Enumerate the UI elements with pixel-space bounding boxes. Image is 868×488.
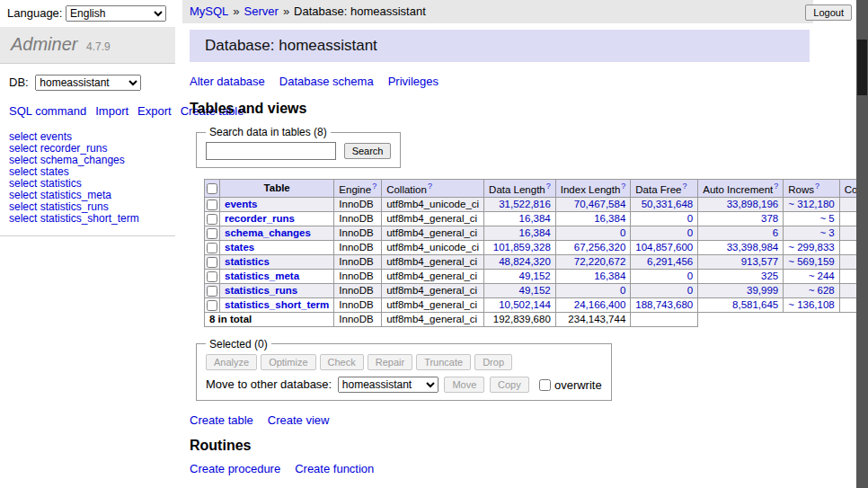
- row-checkbox[interactable]: [207, 257, 217, 268]
- breadcrumb-mysql-link[interactable]: MySQL: [190, 4, 228, 18]
- tables-overview-table: TableEngine?Collation?Data Length?Index …: [204, 179, 868, 327]
- copy-button[interactable]: Copy: [490, 377, 529, 393]
- table-name-link[interactable]: statistics_runs: [225, 285, 297, 296]
- cell-collation: utf8mb4_unicode_ci: [382, 197, 484, 211]
- cell-index_length: 16,384: [555, 269, 631, 283]
- database-link[interactable]: Alter database: [190, 75, 265, 88]
- overwrite-checkbox[interactable]: [539, 379, 551, 391]
- table-row: schema_changesInnoDButf8mb4_general_ci16…: [205, 226, 868, 240]
- select-all-cell: [205, 180, 220, 198]
- column-header-label: Index Length: [561, 184, 621, 195]
- database-link[interactable]: Database schema: [279, 75, 374, 88]
- create-links: Create tableCreate view: [190, 413, 822, 427]
- column-header-label: Data Free: [635, 184, 681, 195]
- content: Database: homeassistant Alter databaseDa…: [182, 30, 822, 488]
- column-help-link[interactable]: ?: [774, 182, 778, 191]
- cell-rows: ~ 628: [784, 283, 839, 297]
- search-input[interactable]: [206, 142, 336, 160]
- row-checkbox[interactable]: [207, 286, 217, 297]
- search-fieldset: Search data in tables (8) Search: [196, 126, 401, 168]
- language-select[interactable]: English: [66, 5, 166, 22]
- sidebar-action-link[interactable]: SQL command: [9, 104, 86, 118]
- selected-action-button[interactable]: Drop: [474, 354, 512, 370]
- cell-engine: InnoDB: [334, 297, 382, 312]
- cell-data_length: 31,522,816: [484, 197, 556, 211]
- sidebar-action-link[interactable]: Export: [137, 104, 172, 118]
- move-db-select[interactable]: homeassistant: [338, 377, 438, 393]
- app-name[interactable]: Adminer: [11, 34, 77, 54]
- cell-rows: ~ 136,108: [784, 297, 839, 312]
- language-row: Language: English: [0, 0, 175, 27]
- table-name-link[interactable]: statistics: [225, 256, 270, 267]
- sidebar-action-link[interactable]: Import: [95, 104, 128, 118]
- create-link[interactable]: Create view: [268, 413, 330, 427]
- selected-action-button[interactable]: Truncate: [416, 354, 471, 370]
- overwrite-label[interactable]: overwrite: [554, 378, 602, 392]
- cell-rows: ~ 3: [784, 226, 839, 240]
- column-help-link[interactable]: ?: [815, 182, 819, 191]
- selected-action-button[interactable]: Optimize: [261, 354, 315, 370]
- cell-data_length: 48,824,320: [484, 254, 556, 269]
- table-select-list: select eventsselect recorder_runsselect …: [0, 131, 175, 236]
- selected-action-button[interactable]: Analyze: [206, 354, 257, 370]
- table-name-link[interactable]: events: [225, 199, 257, 209]
- table-name-link[interactable]: recorder_runs: [225, 213, 295, 224]
- cell-data_length: 101,859,328: [484, 240, 556, 254]
- routine-link[interactable]: Create procedure: [190, 462, 280, 475]
- routines-links: Create procedureCreate function: [190, 462, 822, 475]
- cell-data_free: 6,291,456: [631, 254, 698, 269]
- cell-auto_increment: 33,898,196: [698, 197, 784, 211]
- cell-rows: ~ 312,180: [784, 197, 839, 211]
- db-row: DB: homeassistant: [0, 64, 175, 93]
- table-name-link[interactable]: statistics_short_term: [225, 299, 329, 310]
- table-name-link[interactable]: states: [225, 242, 254, 253]
- cell-index_length: 24,166,400: [555, 297, 631, 312]
- routine-link[interactable]: Create function: [295, 462, 374, 475]
- create-link[interactable]: Create table: [190, 413, 253, 427]
- cell-auto_increment: 6: [698, 226, 784, 240]
- cell-data_length: 49,152: [484, 269, 556, 283]
- cell-auto_increment: 913,577: [698, 254, 784, 269]
- database-link[interactable]: Privileges: [388, 75, 438, 88]
- tables-foot: 8 in totalInnoDButf8mb4_general_ci192,83…: [205, 312, 868, 326]
- row-checkbox[interactable]: [207, 243, 217, 253]
- move-button[interactable]: Move: [444, 377, 484, 393]
- cell-checkbox: [205, 269, 220, 283]
- search-button[interactable]: Search: [344, 143, 392, 159]
- column-help-link[interactable]: ?: [546, 182, 551, 191]
- cell-data_free: 0: [631, 283, 698, 297]
- row-checkbox[interactable]: [207, 228, 217, 239]
- column-help-link[interactable]: ?: [682, 182, 686, 191]
- row-checkbox[interactable]: [207, 214, 217, 225]
- cell-data_length: 16,384: [484, 226, 556, 240]
- breadcrumb-server-link[interactable]: Server: [244, 4, 279, 18]
- cell-data_free: 0: [631, 226, 698, 240]
- select-all-checkbox[interactable]: [207, 183, 217, 194]
- cell-data_free: 50,331,648: [631, 197, 698, 211]
- window-scrollbar[interactable]: [856, 0, 868, 488]
- cell-data_free: 188,743,680: [631, 297, 698, 312]
- page: Language: English Adminer 4.7.9 DB: home…: [0, 0, 868, 488]
- sidebar-select-link[interactable]: select statistics_short_term: [9, 213, 166, 225]
- selected-action-button[interactable]: Check: [320, 354, 364, 370]
- table-name-link[interactable]: schema_changes: [225, 227, 311, 238]
- column-help-link[interactable]: ?: [372, 182, 376, 191]
- row-checkbox[interactable]: [207, 200, 217, 210]
- cell-checkbox: [205, 283, 220, 297]
- column-help-link[interactable]: ?: [621, 182, 625, 191]
- row-checkbox[interactable]: [207, 271, 217, 282]
- column-header: Data Length?: [484, 180, 556, 198]
- db-select[interactable]: homeassistant: [35, 75, 141, 91]
- row-checkbox[interactable]: [207, 300, 217, 311]
- cell-collation: utf8mb4_general_ci: [382, 269, 484, 283]
- selected-action-button[interactable]: Repair: [368, 354, 412, 370]
- page-title: Database: homeassistant: [190, 30, 810, 62]
- table-row: statistics_runsInnoDButf8mb4_general_ci4…: [205, 283, 868, 297]
- table-name-link[interactable]: statistics_meta: [225, 271, 299, 281]
- cell-data_length: 16,384: [484, 211, 556, 226]
- logout-button[interactable]: Logout: [805, 4, 852, 21]
- scrollbar-thumb[interactable]: [857, 40, 867, 95]
- column-help-link[interactable]: ?: [428, 182, 432, 191]
- cell-checkbox: [205, 254, 220, 269]
- routines-heading: Routines: [190, 438, 822, 454]
